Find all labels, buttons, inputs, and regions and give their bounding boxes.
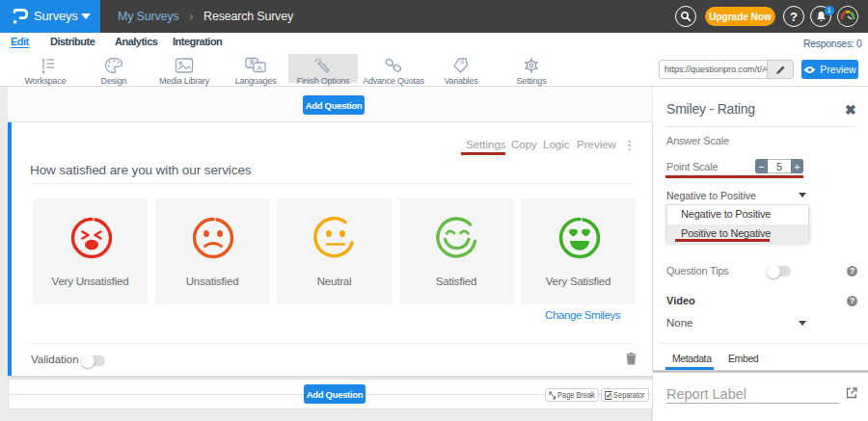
svg-text:A: A: [257, 64, 261, 72]
